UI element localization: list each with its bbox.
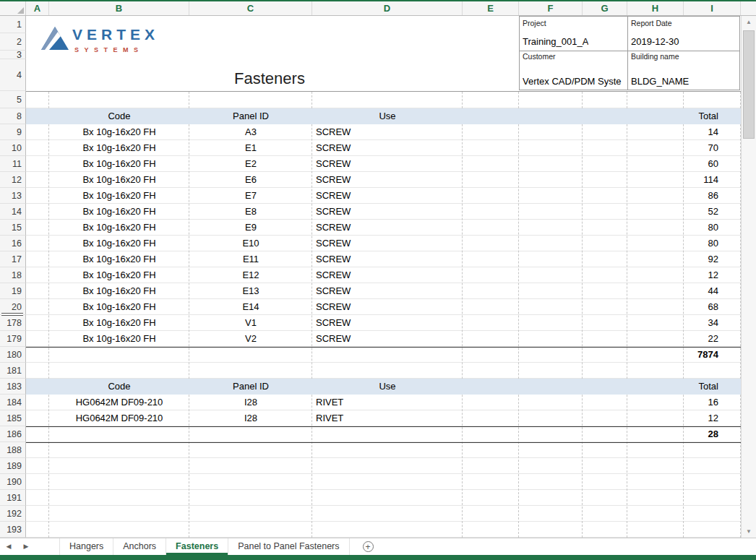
row-header-186[interactable]: 186 — [0, 426, 26, 442]
row-header-3[interactable]: 3 — [0, 51, 26, 59]
cell-total-18[interactable]: 12 — [684, 267, 741, 283]
cell-code-19[interactable]: Bx 10g-16x20 FH — [49, 283, 189, 299]
cell-use-18[interactable]: SCREW — [312, 267, 463, 283]
column-header-D[interactable]: D — [312, 1, 463, 15]
row-header-192[interactable]: 192 — [0, 506, 26, 522]
cell-use-15[interactable]: SCREW — [312, 220, 463, 236]
cell-use-13[interactable]: SCREW — [312, 188, 463, 204]
cell-code-14[interactable]: Bx 10g-16x20 FH — [49, 204, 189, 220]
cell-panel-179[interactable]: V2 — [189, 331, 312, 347]
cell-use-17[interactable]: SCREW — [312, 251, 463, 267]
new-sheet-button[interactable]: + — [363, 538, 374, 555]
cell-code-185[interactable]: HG0642M DF09-210 — [49, 410, 189, 426]
row-header-191[interactable]: 191 — [0, 490, 26, 506]
row-header-18[interactable]: 18 — [0, 267, 26, 283]
row-header-1[interactable]: 1 — [0, 16, 26, 33]
tabs-scroll-right-icon[interactable]: ▶ — [17, 538, 35, 555]
column-header-G[interactable]: G — [583, 1, 627, 15]
column-header-F[interactable]: F — [519, 1, 583, 15]
cell-code-184[interactable]: HG0642M DF09-210 — [49, 395, 189, 410]
row-header-181[interactable]: 181 — [0, 363, 26, 379]
cell-code-15[interactable]: Bx 10g-16x20 FH — [49, 220, 189, 236]
cell-panel-18[interactable]: E12 — [189, 267, 312, 283]
cell-use-10[interactable]: SCREW — [312, 140, 463, 156]
cell-use-11[interactable]: SCREW — [312, 156, 463, 172]
row-header-178[interactable]: 178 — [0, 315, 26, 331]
cell-total-184[interactable]: 16 — [684, 395, 741, 410]
row-header-8[interactable]: 8 — [0, 108, 26, 124]
cell-total-185[interactable]: 12 — [684, 410, 741, 426]
row-header-184[interactable]: 184 — [0, 395, 26, 410]
cell-panel-11[interactable]: E2 — [189, 156, 312, 172]
row-header-14[interactable]: 14 — [0, 204, 26, 220]
cell-total-15[interactable]: 80 — [684, 220, 741, 236]
cell-use-16[interactable]: SCREW — [312, 236, 463, 251]
cell-panel-15[interactable]: E9 — [189, 220, 312, 236]
row-header-183[interactable]: 183 — [0, 379, 26, 395]
row-header-190[interactable]: 190 — [0, 474, 26, 490]
cell-total-14[interactable]: 52 — [684, 204, 741, 220]
cell-panel-17[interactable]: E11 — [189, 251, 312, 267]
column-header-E[interactable]: E — [463, 1, 519, 15]
cell-code-17[interactable]: Bx 10g-16x20 FH — [49, 251, 189, 267]
row-header-10[interactable]: 10 — [0, 140, 26, 156]
cell-total-17[interactable]: 92 — [684, 251, 741, 267]
sheet-tab-anchors[interactable]: Anchors — [113, 538, 166, 555]
row-header-185[interactable]: 185 — [0, 410, 26, 426]
cell-panel-178[interactable]: V1 — [189, 315, 312, 331]
row-header-179[interactable]: 179 — [0, 331, 26, 347]
row-header-12[interactable]: 12 — [0, 172, 26, 188]
cell-code-9[interactable]: Bx 10g-16x20 FH — [49, 124, 189, 140]
cell-total-13[interactable]: 86 — [684, 188, 741, 204]
row-header-9[interactable]: 9 — [0, 124, 26, 140]
cell-code-18[interactable]: Bx 10g-16x20 FH — [49, 267, 189, 283]
cell-panel-12[interactable]: E6 — [189, 172, 312, 188]
cell-panel-13[interactable]: E7 — [189, 188, 312, 204]
scrollbar-thumb[interactable] — [743, 30, 755, 139]
cell-use-20[interactable]: SCREW — [312, 299, 463, 315]
column-header-I[interactable]: I — [684, 1, 741, 15]
cell-use-184[interactable]: RIVET — [312, 395, 463, 410]
sheet-grid[interactable]: 1234589101112131415161718192017817918018… — [0, 16, 741, 538]
cell-use-179[interactable]: SCREW — [312, 331, 463, 347]
cell-total-12[interactable]: 114 — [684, 172, 741, 188]
cell-use-178[interactable]: SCREW — [312, 315, 463, 331]
cell-panel-16[interactable]: E10 — [189, 236, 312, 251]
cell-panel-9[interactable]: A3 — [189, 124, 312, 140]
row-header-193[interactable]: 193 — [0, 522, 26, 538]
cell-code-13[interactable]: Bx 10g-16x20 FH — [49, 188, 189, 204]
row-header-4[interactable]: 4 — [0, 59, 26, 91]
cell-panel-184[interactable]: I28 — [189, 395, 312, 410]
cell-code-10[interactable]: Bx 10g-16x20 FH — [49, 140, 189, 156]
cell-code-16[interactable]: Bx 10g-16x20 FH — [49, 236, 189, 251]
column-header-C[interactable]: C — [189, 1, 312, 15]
scroll-up-icon[interactable]: ▲ — [742, 16, 756, 28]
row-header-15[interactable]: 15 — [0, 220, 26, 236]
cell-panel-20[interactable]: E14 — [189, 299, 312, 315]
cell-code-179[interactable]: Bx 10g-16x20 FH — [49, 331, 189, 347]
row-header-188[interactable]: 188 — [0, 442, 26, 458]
cell-use-19[interactable]: SCREW — [312, 283, 463, 299]
table-grand-total-1[interactable]: 7874 — [684, 347, 741, 363]
cell-use-9[interactable]: SCREW — [312, 124, 463, 140]
scroll-down-icon[interactable]: ▼ — [742, 525, 756, 538]
select-all-corner[interactable] — [0, 1, 26, 15]
cell-total-9[interactable]: 14 — [684, 124, 741, 140]
cell-total-179[interactable]: 22 — [684, 331, 741, 347]
cell-total-11[interactable]: 60 — [684, 156, 741, 172]
cell-total-20[interactable]: 68 — [684, 299, 741, 315]
cell-panel-10[interactable]: E1 — [189, 140, 312, 156]
cell-code-11[interactable]: Bx 10g-16x20 FH — [49, 156, 189, 172]
row-header-13[interactable]: 13 — [0, 188, 26, 204]
table-grand-total-2[interactable]: 28 — [684, 426, 741, 442]
cell-use-185[interactable]: RIVET — [312, 410, 463, 426]
column-header-B[interactable]: B — [49, 1, 189, 15]
sheet-tab-fasteners[interactable]: Fasteners — [166, 538, 228, 555]
row-header-17[interactable]: 17 — [0, 251, 26, 267]
sheet-tab-hangers[interactable]: Hangers — [59, 538, 113, 555]
cell-panel-19[interactable]: E13 — [189, 283, 312, 299]
cell-code-178[interactable]: Bx 10g-16x20 FH — [49, 315, 189, 331]
row-header-2[interactable]: 2 — [0, 33, 26, 51]
cell-total-19[interactable]: 44 — [684, 283, 741, 299]
cell-code-20[interactable]: Bx 10g-16x20 FH — [49, 299, 189, 315]
